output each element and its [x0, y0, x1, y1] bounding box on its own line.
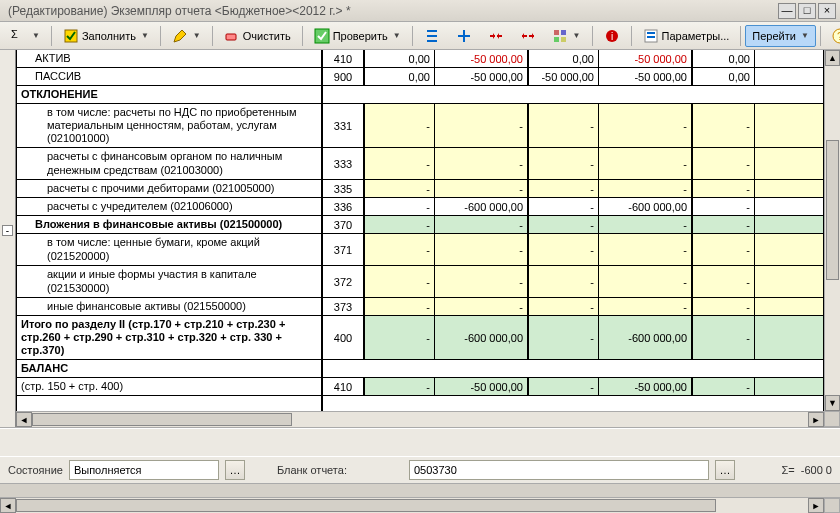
- grid-cell[interactable]: [755, 180, 824, 198]
- outer-scroll-left[interactable]: ◄: [0, 498, 16, 513]
- help-button[interactable]: ?: [825, 25, 840, 47]
- grid-cell[interactable]: -: [529, 216, 599, 234]
- grid-cell[interactable]: -600 000,00: [435, 316, 529, 360]
- tool-icon-6[interactable]: i: [597, 25, 627, 47]
- grid-cell[interactable]: -: [693, 148, 755, 180]
- grid-cell[interactable]: в том числе: ценные бумаги, кроме акций …: [16, 234, 323, 266]
- grid-cell[interactable]: 410: [323, 378, 365, 396]
- scroll-down-button[interactable]: ▼: [825, 395, 840, 411]
- grid-cell[interactable]: -600 000,00: [599, 316, 693, 360]
- edit-button[interactable]: ▼: [165, 25, 208, 47]
- grid-cell[interactable]: 335: [323, 180, 365, 198]
- grid-cell[interactable]: [755, 68, 824, 86]
- form-input[interactable]: [409, 460, 709, 480]
- grid-cell[interactable]: -50 000,00: [529, 68, 599, 86]
- grid-cell[interactable]: -: [599, 266, 693, 298]
- grid-cell[interactable]: -: [693, 216, 755, 234]
- grid-cell[interactable]: -: [435, 266, 529, 298]
- grid-cell[interactable]: -: [529, 298, 599, 316]
- grid-cell[interactable]: ОТКЛОНЕНИЕ: [16, 86, 323, 104]
- grid-cell[interactable]: 400: [323, 316, 365, 360]
- grid-cell[interactable]: Вложения в финансовые активы (021500000): [16, 216, 323, 234]
- grid-cell[interactable]: 0,00: [529, 50, 599, 68]
- tool-icon-2[interactable]: [449, 25, 479, 47]
- grid-cell[interactable]: 372: [323, 266, 365, 298]
- grid-cell[interactable]: -: [693, 298, 755, 316]
- outline-collapse-button[interactable]: -: [2, 225, 13, 236]
- grid-cell[interactable]: -: [435, 298, 529, 316]
- grid-cell[interactable]: -50 000,00: [599, 378, 693, 396]
- maximize-button[interactable]: □: [798, 3, 816, 19]
- grid-cell[interactable]: -: [365, 104, 435, 148]
- grid-cell[interactable]: [755, 316, 824, 360]
- state-input[interactable]: [69, 460, 219, 480]
- grid-cell[interactable]: 373: [323, 298, 365, 316]
- grid-cell[interactable]: -: [693, 234, 755, 266]
- grid-cell[interactable]: АКТИВ: [16, 50, 323, 68]
- grid-cell[interactable]: -50 000,00: [435, 378, 529, 396]
- grid-cell[interactable]: -: [529, 198, 599, 216]
- grid-cell[interactable]: -: [529, 234, 599, 266]
- grid-cell[interactable]: -: [693, 104, 755, 148]
- scroll-thumb-v[interactable]: [826, 140, 839, 280]
- grid-cell[interactable]: -50 000,00: [599, 68, 693, 86]
- grid-cell[interactable]: расчеты с финансовым органом по наличным…: [16, 148, 323, 180]
- grid-cell[interactable]: -: [435, 148, 529, 180]
- grid-cell[interactable]: 0,00: [365, 68, 435, 86]
- grid-cell[interactable]: -: [599, 180, 693, 198]
- grid-cell[interactable]: 0,00: [365, 50, 435, 68]
- grid-cell[interactable]: [755, 266, 824, 298]
- grid-cell[interactable]: -: [365, 180, 435, 198]
- grid-cell[interactable]: (стр. 150 + стр. 400): [16, 378, 323, 396]
- grid-cell[interactable]: -: [693, 316, 755, 360]
- grid-cell[interactable]: -: [435, 180, 529, 198]
- grid-cell[interactable]: 333: [323, 148, 365, 180]
- grid-horizontal-scrollbar[interactable]: ◄ ►: [16, 411, 824, 427]
- grid-cell[interactable]: -: [365, 198, 435, 216]
- grid-cell[interactable]: иные финансовые активы (021550000): [16, 298, 323, 316]
- grid-cell[interactable]: 370: [323, 216, 365, 234]
- grid-cell[interactable]: 336: [323, 198, 365, 216]
- grid-cell[interactable]: -: [529, 266, 599, 298]
- grid-cell[interactable]: -: [435, 216, 529, 234]
- grid-cell[interactable]: -: [365, 234, 435, 266]
- grid-cell[interactable]: -: [693, 266, 755, 298]
- fill-button[interactable]: Заполнить▼: [56, 25, 156, 47]
- tool-icon-5[interactable]: ▼: [545, 25, 588, 47]
- tool-icon-3[interactable]: [481, 25, 511, 47]
- window-horizontal-scrollbar[interactable]: ◄ ►: [0, 497, 840, 513]
- grid-cell[interactable]: [755, 148, 824, 180]
- grid-cell[interactable]: 410: [323, 50, 365, 68]
- grid-cell[interactable]: [755, 198, 824, 216]
- grid-cell[interactable]: -: [529, 316, 599, 360]
- grid-cell[interactable]: [755, 104, 824, 148]
- scroll-up-button[interactable]: ▲: [825, 50, 840, 66]
- grid-cell[interactable]: [755, 234, 824, 266]
- tool-icon-4[interactable]: [513, 25, 543, 47]
- params-button[interactable]: Параметры...: [636, 25, 737, 47]
- grid-cell[interactable]: 331: [323, 104, 365, 148]
- grid-cell[interactable]: -: [529, 378, 599, 396]
- grid-cell[interactable]: -600 000,00: [435, 198, 529, 216]
- grid-cell[interactable]: -: [529, 148, 599, 180]
- tool-icon-1[interactable]: [417, 25, 447, 47]
- minimize-button[interactable]: —: [778, 3, 796, 19]
- grid-cell[interactable]: ПАССИВ: [16, 68, 323, 86]
- grid-cell[interactable]: -: [365, 216, 435, 234]
- sigma-button[interactable]: Σ▼: [4, 25, 47, 47]
- grid-cell[interactable]: БАЛАНС: [16, 360, 323, 378]
- grid-cell[interactable]: -: [435, 104, 529, 148]
- grid-cell[interactable]: [755, 378, 824, 396]
- grid-cell[interactable]: -: [599, 104, 693, 148]
- scroll-left-button[interactable]: ◄: [16, 412, 32, 427]
- grid-cell[interactable]: -50 000,00: [435, 50, 529, 68]
- grid-cell[interactable]: -: [599, 234, 693, 266]
- grid-cell[interactable]: -: [599, 216, 693, 234]
- form-picker-button[interactable]: …: [715, 460, 735, 480]
- grid-cell[interactable]: -: [599, 298, 693, 316]
- grid-cell[interactable]: -50 000,00: [435, 68, 529, 86]
- grid-cell[interactable]: 900: [323, 68, 365, 86]
- grid-cell[interactable]: -: [365, 266, 435, 298]
- grid-cell[interactable]: -: [529, 104, 599, 148]
- grid-cell[interactable]: -: [529, 180, 599, 198]
